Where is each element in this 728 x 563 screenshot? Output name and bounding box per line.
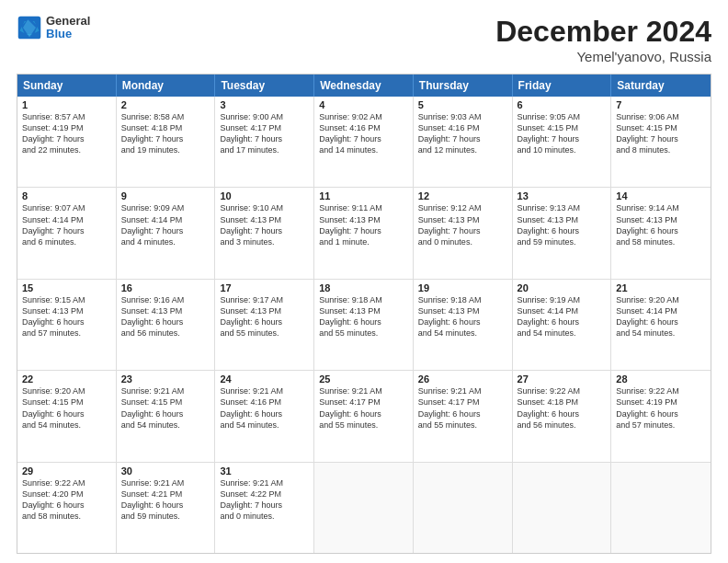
header: General Blue December 2024 Yemel'yanovo,…: [17, 15, 711, 64]
calendar-body: 1Sunrise: 8:57 AMSunset: 4:19 PMDaylight…: [17, 97, 711, 553]
month-title: December 2024: [495, 15, 711, 49]
day-info: Sunrise: 9:13 AMSunset: 4:13 PMDaylight:…: [518, 202, 607, 247]
day-number: 4: [319, 99, 408, 110]
day-number: 22: [22, 373, 111, 385]
day-number: 24: [220, 373, 309, 385]
day-info: Sunrise: 8:58 AMSunset: 4:18 PMDaylight:…: [121, 111, 210, 156]
cal-cell-2-4: 11Sunrise: 9:11 AMSunset: 4:13 PMDayligh…: [314, 188, 414, 278]
day-number: 25: [319, 373, 408, 385]
cal-cell-3-5: 19Sunrise: 9:18 AMSunset: 4:13 PMDayligh…: [414, 280, 513, 370]
day-number: 19: [418, 282, 507, 293]
cal-cell-2-5: 12Sunrise: 9:12 AMSunset: 4:13 PMDayligh…: [414, 188, 513, 278]
day-number: 7: [616, 99, 706, 110]
cal-cell-5-1: 29Sunrise: 9:22 AMSunset: 4:20 PMDayligh…: [17, 463, 117, 553]
day-info: Sunrise: 9:21 AMSunset: 4:21 PMDaylight:…: [121, 477, 210, 523]
cal-cell-3-4: 18Sunrise: 9:18 AMSunset: 4:13 PMDayligh…: [314, 280, 414, 370]
header-wednesday: Wednesday: [314, 75, 414, 97]
day-number: 27: [518, 373, 607, 385]
header-friday: Friday: [513, 75, 612, 97]
day-number: 17: [220, 282, 309, 293]
cal-cell-5-7: [611, 463, 711, 553]
day-info: Sunrise: 9:21 AMSunset: 4:17 PMDaylight:…: [319, 385, 408, 431]
day-info: Sunrise: 8:57 AMSunset: 4:19 PMDaylight:…: [22, 111, 111, 156]
logo-icon: [17, 15, 42, 40]
cal-cell-5-2: 30Sunrise: 9:21 AMSunset: 4:21 PMDayligh…: [117, 463, 216, 553]
cal-cell-5-6: [513, 463, 612, 553]
title-block: December 2024 Yemel'yanovo, Russia: [495, 15, 711, 64]
location: Yemel'yanovo, Russia: [495, 49, 711, 64]
day-number: 23: [121, 373, 210, 385]
cal-cell-2-3: 10Sunrise: 9:10 AMSunset: 4:13 PMDayligh…: [215, 188, 314, 278]
week-row-5: 29Sunrise: 9:22 AMSunset: 4:20 PMDayligh…: [17, 462, 711, 553]
day-number: 28: [616, 373, 706, 385]
cal-cell-3-6: 20Sunrise: 9:19 AMSunset: 4:14 PMDayligh…: [513, 280, 612, 370]
day-number: 18: [319, 282, 408, 293]
header-thursday: Thursday: [414, 75, 513, 97]
header-tuesday: Tuesday: [215, 75, 314, 97]
cal-cell-3-7: 21Sunrise: 9:20 AMSunset: 4:14 PMDayligh…: [611, 280, 711, 370]
cal-cell-3-1: 15Sunrise: 9:15 AMSunset: 4:13 PMDayligh…: [17, 280, 117, 370]
cal-cell-5-3: 31Sunrise: 9:21 AMSunset: 4:22 PMDayligh…: [215, 463, 314, 553]
cal-cell-1-3: 3Sunrise: 9:00 AMSunset: 4:17 PMDaylight…: [215, 97, 314, 187]
day-number: 10: [220, 190, 309, 201]
cal-cell-5-4: [314, 463, 414, 553]
day-info: Sunrise: 9:15 AMSunset: 4:13 PMDaylight:…: [22, 294, 111, 339]
cal-cell-4-5: 26Sunrise: 9:21 AMSunset: 4:17 PMDayligh…: [414, 371, 513, 461]
cal-cell-4-7: 28Sunrise: 9:22 AMSunset: 4:19 PMDayligh…: [611, 371, 711, 461]
day-number: 12: [418, 190, 507, 201]
day-info: Sunrise: 9:14 AMSunset: 4:13 PMDaylight:…: [616, 202, 706, 247]
day-info: Sunrise: 9:21 AMSunset: 4:15 PMDaylight:…: [121, 385, 210, 431]
cal-cell-2-6: 13Sunrise: 9:13 AMSunset: 4:13 PMDayligh…: [513, 188, 612, 278]
cal-cell-2-1: 8Sunrise: 9:07 AMSunset: 4:14 PMDaylight…: [17, 188, 117, 278]
week-row-1: 1Sunrise: 8:57 AMSunset: 4:19 PMDaylight…: [17, 97, 711, 187]
day-info: Sunrise: 9:21 AMSunset: 4:16 PMDaylight:…: [220, 385, 309, 431]
day-number: 29: [22, 465, 111, 477]
day-number: 8: [22, 190, 111, 201]
cal-cell-2-7: 14Sunrise: 9:14 AMSunset: 4:13 PMDayligh…: [611, 188, 711, 278]
week-row-4: 22Sunrise: 9:20 AMSunset: 4:15 PMDayligh…: [17, 370, 711, 461]
cal-cell-1-6: 6Sunrise: 9:05 AMSunset: 4:15 PMDaylight…: [513, 97, 612, 187]
header-monday: Monday: [117, 75, 216, 97]
cal-cell-4-4: 25Sunrise: 9:21 AMSunset: 4:17 PMDayligh…: [314, 371, 414, 461]
day-info: Sunrise: 9:03 AMSunset: 4:16 PMDaylight:…: [418, 111, 507, 156]
day-info: Sunrise: 9:21 AMSunset: 4:22 PMDaylight:…: [220, 477, 309, 523]
day-info: Sunrise: 9:06 AMSunset: 4:15 PMDaylight:…: [616, 111, 706, 156]
day-info: Sunrise: 9:22 AMSunset: 4:18 PMDaylight:…: [518, 385, 607, 431]
day-number: 11: [319, 190, 408, 201]
day-number: 21: [616, 282, 706, 293]
cal-cell-2-2: 9Sunrise: 9:09 AMSunset: 4:14 PMDaylight…: [117, 188, 216, 278]
day-info: Sunrise: 9:10 AMSunset: 4:13 PMDaylight:…: [220, 202, 309, 247]
day-number: 14: [616, 190, 706, 201]
day-number: 1: [22, 99, 111, 110]
day-info: Sunrise: 9:18 AMSunset: 4:13 PMDaylight:…: [418, 294, 507, 339]
day-info: Sunrise: 9:02 AMSunset: 4:16 PMDaylight:…: [319, 111, 408, 156]
day-info: Sunrise: 9:19 AMSunset: 4:14 PMDaylight:…: [518, 294, 607, 339]
day-number: 15: [22, 282, 111, 293]
day-info: Sunrise: 9:18 AMSunset: 4:13 PMDaylight:…: [319, 294, 408, 339]
day-number: 16: [121, 282, 210, 293]
cal-cell-5-5: [414, 463, 513, 553]
cal-cell-1-2: 2Sunrise: 8:58 AMSunset: 4:18 PMDaylight…: [117, 97, 216, 187]
cal-cell-4-6: 27Sunrise: 9:22 AMSunset: 4:18 PMDayligh…: [513, 371, 612, 461]
day-info: Sunrise: 9:20 AMSunset: 4:15 PMDaylight:…: [22, 385, 111, 431]
logo-text: General Blue: [46, 15, 90, 41]
cal-cell-4-1: 22Sunrise: 9:20 AMSunset: 4:15 PMDayligh…: [17, 371, 117, 461]
day-number: 2: [121, 99, 210, 110]
calendar: Sunday Monday Tuesday Wednesday Thursday…: [17, 74, 711, 554]
cal-cell-1-4: 4Sunrise: 9:02 AMSunset: 4:16 PMDaylight…: [314, 97, 414, 187]
day-number: 13: [518, 190, 607, 201]
day-number: 30: [121, 465, 210, 477]
day-info: Sunrise: 9:22 AMSunset: 4:19 PMDaylight:…: [616, 385, 706, 431]
day-info: Sunrise: 9:09 AMSunset: 4:14 PMDaylight:…: [121, 202, 210, 247]
day-info: Sunrise: 9:22 AMSunset: 4:20 PMDaylight:…: [22, 477, 111, 523]
header-saturday: Saturday: [611, 75, 711, 97]
day-number: 3: [220, 99, 309, 110]
logo: General Blue: [17, 15, 90, 41]
cal-cell-3-3: 17Sunrise: 9:17 AMSunset: 4:13 PMDayligh…: [215, 280, 314, 370]
cal-cell-1-1: 1Sunrise: 8:57 AMSunset: 4:19 PMDaylight…: [17, 97, 117, 187]
day-info: Sunrise: 9:20 AMSunset: 4:14 PMDaylight:…: [616, 294, 706, 339]
day-info: Sunrise: 9:16 AMSunset: 4:13 PMDaylight:…: [121, 294, 210, 339]
header-sunday: Sunday: [17, 75, 117, 97]
day-number: 6: [518, 99, 607, 110]
day-info: Sunrise: 9:05 AMSunset: 4:15 PMDaylight:…: [518, 111, 607, 156]
